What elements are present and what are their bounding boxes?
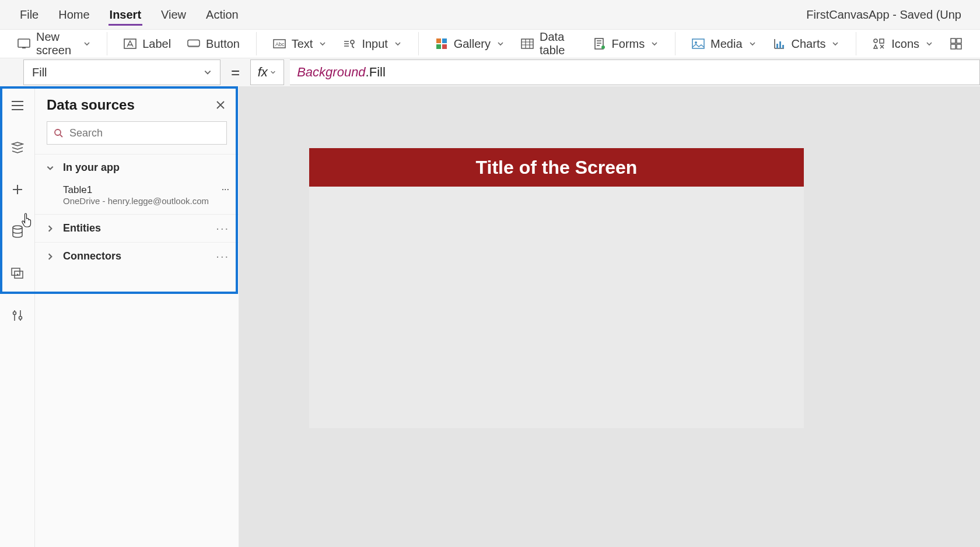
label-label: Label [142, 37, 171, 51]
gallery-label: Gallery [454, 37, 491, 51]
canvas-area[interactable]: Title of the Screen [239, 86, 980, 547]
panel-title: Data sources [47, 97, 135, 113]
search-input[interactable] [69, 127, 220, 139]
svg-text:Abc: Abc [275, 41, 285, 47]
section-entities[interactable]: Entities ··· [35, 214, 239, 242]
svg-rect-23 [957, 38, 961, 43]
svg-rect-19 [782, 45, 784, 48]
menu-file[interactable]: File [19, 6, 40, 24]
more-options-button[interactable]: ··· [216, 250, 229, 263]
icons-button[interactable]: Icons [873, 37, 933, 51]
new-screen-label: New screen [36, 30, 78, 57]
search-icon [53, 128, 64, 138]
addins-icon [950, 37, 963, 50]
rail-hamburger[interactable] [6, 94, 29, 117]
property-value: Fill [32, 66, 47, 79]
formula-input[interactable]: Background.Fill [290, 59, 980, 85]
menubar: File Home Insert View Action FirstCanvas… [0, 0, 980, 29]
svg-rect-27 [12, 268, 20, 275]
section-in-your-app[interactable]: In your app [35, 154, 239, 181]
menu-action[interactable]: Action [205, 6, 240, 24]
more-options-button[interactable]: ··· [222, 184, 229, 195]
ribbon-separator [256, 32, 257, 55]
rail-tree-view[interactable] [6, 136, 29, 159]
chevron-down-icon [204, 68, 212, 76]
chevron-down-icon [748, 40, 757, 48]
forms-button[interactable]: Forms [593, 37, 659, 51]
addins-button[interactable] [950, 37, 963, 50]
svg-rect-25 [957, 44, 961, 49]
app-title: FirstCanvasApp - Saved (Unp [806, 8, 961, 22]
svg-rect-22 [951, 38, 956, 43]
input-button[interactable]: Input [343, 37, 401, 51]
rail-insert[interactable] [6, 178, 29, 201]
section-label: Entities [63, 222, 209, 234]
more-options-button[interactable]: ··· [216, 222, 229, 235]
text-button[interactable]: Abc Text [273, 37, 327, 51]
ribbon-separator [675, 32, 676, 55]
main-area: Data sources In your app Table1 OneDrive… [0, 86, 980, 547]
app-canvas[interactable]: Title of the Screen [309, 148, 804, 428]
svg-rect-21 [880, 39, 884, 43]
forms-icon [593, 37, 606, 50]
button-label: Button [206, 37, 240, 51]
svg-point-16 [695, 41, 697, 44]
property-dropdown[interactable]: Fill [23, 59, 220, 85]
icons-icon [873, 37, 886, 50]
media-button[interactable]: Media [692, 37, 756, 51]
charts-label: Charts [792, 37, 826, 51]
panel-search[interactable] [47, 121, 227, 145]
svg-point-31 [55, 129, 61, 135]
canvas-title-bar[interactable]: Title of the Screen [309, 148, 804, 187]
label-button[interactable]: Label [124, 37, 171, 51]
gallery-button[interactable]: Gallery [435, 37, 505, 51]
data-table-button[interactable]: Data table [521, 30, 577, 57]
formula-token-property: Fill [369, 65, 386, 80]
text-label: Text [292, 37, 313, 51]
svg-rect-4 [188, 45, 200, 48]
menu-home[interactable]: Home [57, 6, 90, 24]
formula-token-object: Background [297, 65, 365, 80]
chevron-down-icon [318, 40, 327, 48]
data-source-subtitle: OneDrive - henry.legge@outlook.com [63, 196, 209, 206]
icons-label: Icons [891, 37, 919, 51]
svg-point-7 [351, 40, 354, 44]
button-button[interactable]: Button [187, 37, 240, 51]
fx-button[interactable]: fx [250, 59, 284, 85]
chevron-down-icon [650, 40, 659, 48]
rail-media[interactable] [6, 262, 29, 285]
data-table-label: Data table [540, 30, 577, 57]
svg-rect-8 [436, 38, 441, 43]
ribbon-separator [856, 32, 856, 55]
svg-point-26 [13, 226, 22, 229]
data-sources-panel: Data sources In your app Table1 OneDrive… [35, 86, 239, 547]
label-icon [124, 37, 136, 50]
data-source-name: Table1 [63, 184, 209, 196]
canvas-title-text: Title of the Screen [476, 157, 638, 178]
data-source-item[interactable]: Table1 OneDrive - henry.legge@outlook.co… [35, 181, 239, 214]
new-screen-button[interactable]: New screen [18, 30, 90, 57]
chevron-down-icon [831, 40, 839, 48]
panel-close-button[interactable] [213, 97, 228, 113]
svg-rect-11 [442, 44, 447, 49]
chevron-down-icon [394, 40, 402, 48]
svg-rect-0 [18, 39, 30, 47]
data-table-icon [521, 37, 534, 50]
rail-advanced[interactable] [6, 304, 29, 327]
menu-insert[interactable]: Insert [108, 6, 142, 24]
chevron-down-icon [44, 164, 56, 172]
chevron-down-icon [925, 40, 933, 48]
left-rail [0, 86, 35, 547]
ribbon-separator [107, 32, 107, 55]
chevron-down-icon [269, 68, 277, 76]
menu-view[interactable]: View [160, 6, 187, 24]
charts-button[interactable]: Charts [773, 37, 840, 51]
chevron-down-icon [496, 40, 505, 48]
svg-rect-24 [951, 44, 956, 49]
screen-icon [18, 37, 30, 50]
rail-data[interactable] [6, 220, 29, 243]
section-connectors[interactable]: Connectors ··· [35, 242, 239, 270]
svg-rect-15 [692, 39, 704, 48]
media-icon [692, 37, 705, 50]
svg-point-14 [601, 45, 605, 49]
